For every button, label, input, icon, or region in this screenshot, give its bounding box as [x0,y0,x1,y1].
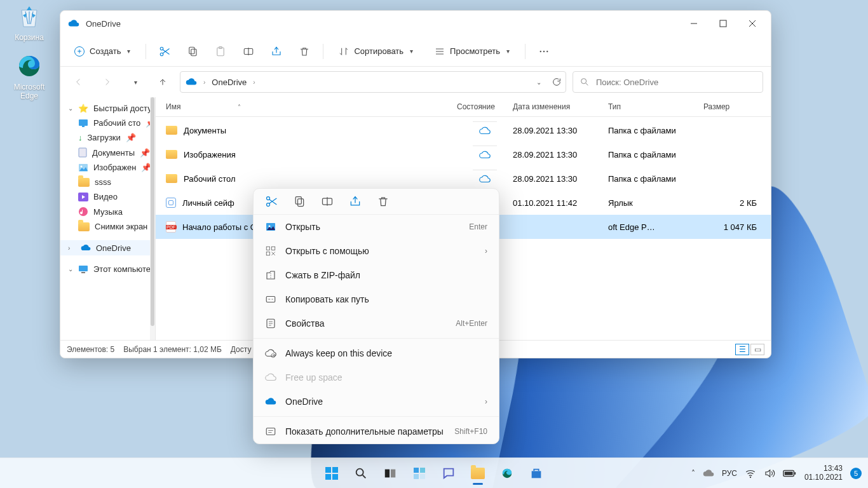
forward-button[interactable] [96,71,118,93]
taskbar-edge[interactable] [494,461,520,486]
view-button[interactable]: Просмотреть▾ [428,43,516,60]
recent-button[interactable]: ▾ [124,71,146,93]
sidebar-item-downloads[interactable]: ↓Загрузки📌 [60,130,155,145]
taskbar-search[interactable] [348,461,374,486]
tray-onedrive-icon[interactable] [703,468,714,479]
column-status[interactable]: Состояние [457,102,513,111]
taskbar-explorer[interactable] [465,461,491,486]
tray-battery-icon[interactable] [783,469,797,478]
tray-notifications[interactable]: 5 [850,468,862,479]
column-type[interactable]: Тип [608,102,703,111]
column-name[interactable]: Имя [166,102,180,111]
column-size[interactable]: Размер [703,102,761,111]
taskbar[interactable]: ˄ РУС 13:4301.10.2021 5 [0,458,868,488]
tray-language[interactable]: РУС [722,469,737,478]
sidebar-scrollbar[interactable] [150,97,155,340]
taskbar-taskview[interactable] [377,461,403,486]
cut-button[interactable] [155,42,174,61]
search-input[interactable] [595,77,756,88]
svg-rect-21 [81,272,85,273]
svg-rect-46 [420,474,425,479]
tray-chevron-icon[interactable]: ˄ [691,469,695,478]
search-box[interactable] [573,71,763,93]
paste-button[interactable] [211,42,230,61]
table-row[interactable]: Рабочий стол28.09.2021 13:30Папка с файл… [156,166,771,191]
sidebar-item-documents[interactable]: Документы📌 [60,145,155,160]
sidebar-item-folder[interactable]: Снимки экран [60,219,155,234]
refresh-button[interactable] [552,77,562,87]
svg-rect-39 [332,474,338,480]
column-headers[interactable]: Имя˄ Состояние Дата изменения Тип Размер [156,97,771,117]
sidebar-item-onedrive[interactable]: ›OneDrive [60,240,155,255]
ctx-keep-on-device[interactable]: Always keep on this device [254,341,499,365]
address-bar[interactable]: › OneDrive › ⌄ [180,71,566,93]
ctx-rename-button[interactable] [321,195,334,208]
sidebar-item-quick-access[interactable]: ⌄⭐Быстрый доступ [60,101,155,116]
rename-button[interactable] [239,42,258,61]
copy-path-icon [265,294,276,305]
sidebar-item-desktop[interactable]: Рабочий сто📌 [60,116,155,130]
column-date[interactable]: Дата изменения [513,102,608,111]
taskbar-chat[interactable] [436,461,461,486]
plus-circle-icon: + [74,46,85,57]
ctx-onedrive[interactable]: OneDrive› [254,390,499,414]
chevron-down-icon: ▾ [506,48,510,55]
table-row[interactable]: Изображения28.09.2021 13:30Папка с файла… [156,142,771,166]
onedrive-icon [81,243,91,253]
details-view-button[interactable]: ☰ [735,344,749,355]
maximize-button[interactable] [709,11,738,36]
ctx-cut-button[interactable] [265,195,278,208]
copy-button[interactable] [183,42,202,61]
ctx-copy-path[interactable]: Копировать как путь [254,287,499,311]
scrollbar-thumb[interactable] [151,97,154,326]
ctx-open[interactable]: ОткрытьEnter [254,215,499,239]
ctx-delete-button[interactable] [377,195,390,208]
start-button[interactable] [319,461,344,486]
sidebar-item-folder[interactable]: ssss [60,175,155,189]
ctx-copy-button[interactable] [293,195,306,208]
folder-icon [78,222,90,231]
tiles-view-button[interactable]: ▭ [750,344,764,355]
tray-clock[interactable]: 13:4301.10.2021 [804,464,843,481]
zip-icon [265,269,276,281]
tray-wifi-icon[interactable] [745,468,756,479]
scissors-icon [159,46,170,57]
ctx-compress-zip[interactable]: Сжать в ZIP-файл [254,263,499,287]
delete-button[interactable] [295,42,314,61]
cloud-status-icon [473,146,497,163]
open-icon [265,221,276,233]
sidebar-item-music[interactable]: Музыка [60,204,155,219]
taskbar-store[interactable] [524,461,549,486]
sidebar-item-videos[interactable]: Видео [60,189,155,204]
table-row[interactable]: Документы28.09.2021 13:30Папка с файлами [156,118,771,142]
breadcrumb-root[interactable]: OneDrive [212,78,247,87]
open-with-icon [265,245,276,257]
ctx-properties[interactable]: СвойстваAlt+Enter [254,311,499,336]
onedrive-icon [68,18,79,29]
svg-rect-32 [266,297,275,302]
close-button[interactable] [738,11,767,36]
system-tray[interactable]: ˄ РУС 13:4301.10.2021 5 [691,464,862,481]
ctx-share-button[interactable] [349,195,362,208]
desktop-icon-edge[interactable]: Microsoft Edge [5,52,53,100]
tray-volume-icon[interactable] [764,468,775,479]
create-button[interactable]: +Создать▾ [68,43,137,60]
sidebar-item-this-pc[interactable]: ⌄Этот компьютер [60,262,155,276]
titlebar[interactable]: OneDrive [60,11,771,36]
share-button[interactable] [267,42,286,61]
sort-button[interactable]: Сортировать▾ [332,43,419,60]
ctx-show-more[interactable]: Показать дополнительные параметрыShift+F… [254,419,499,444]
minimize-button[interactable] [679,11,709,36]
more-button[interactable] [534,42,553,61]
taskbar-widgets[interactable] [407,461,432,486]
up-button[interactable] [152,71,173,93]
pdf-icon [166,221,176,233]
sidebar-item-pictures[interactable]: Изображен📌 [60,160,155,175]
sidebar[interactable]: ⌄⭐Быстрый доступ Рабочий сто📌 ↓Загрузки📌… [60,97,156,340]
folder-icon [166,150,177,159]
properties-icon [265,318,276,329]
desktop-icon-recycle-bin[interactable]: Корзина [5,3,53,42]
chevron-down-icon[interactable]: ⌄ [536,79,541,86]
back-button[interactable] [68,71,90,93]
ctx-open-with[interactable]: Открыть с помощью› [254,239,499,263]
